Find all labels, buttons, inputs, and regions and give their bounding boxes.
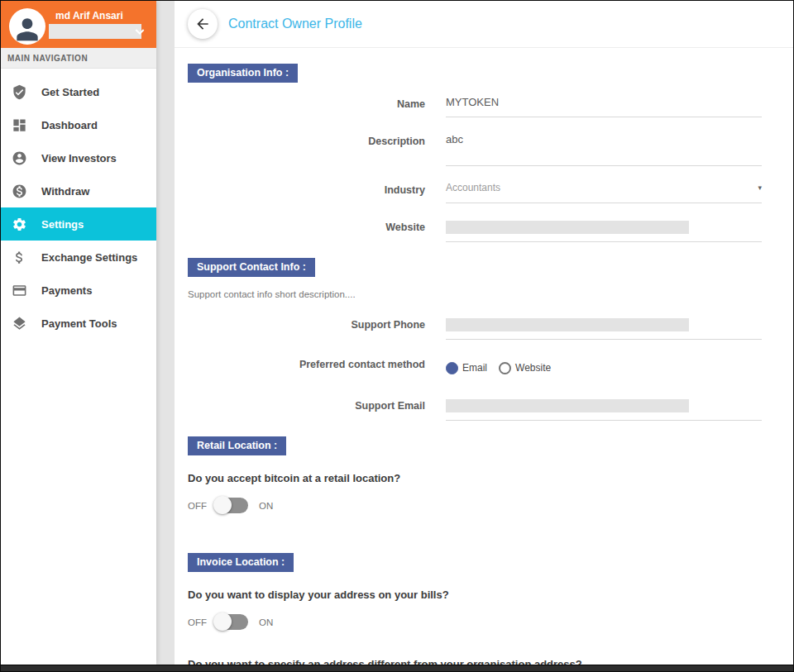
website-value-fill: [446, 221, 689, 234]
sidebar-item-label: Get Started: [41, 86, 99, 98]
section-badge-support: Support Contact Info :: [188, 258, 315, 277]
toggle-on-label: ON: [259, 617, 273, 627]
retail-toggle-switch[interactable]: [215, 498, 248, 513]
sidebar-item-settings[interactable]: Settings: [1, 207, 156, 241]
website-label: Website: [188, 221, 425, 233]
credit-card-icon: [11, 282, 27, 298]
section-badge-organisation: Organisation Info :: [188, 64, 298, 83]
support-email-label: Support Email: [188, 399, 425, 412]
radio-email[interactable]: [446, 362, 458, 374]
preferred-contact-radio-group: Email Website: [446, 359, 762, 380]
gear-icon: [11, 216, 27, 232]
industry-select[interactable]: Accountants ▾: [446, 182, 762, 203]
field-row-website: Website: [188, 221, 762, 242]
website-input[interactable]: [446, 221, 762, 242]
sidebar-item-get-started[interactable]: Get Started: [1, 75, 156, 108]
nav-list: Get Started Dashboard View Investors Wit…: [1, 69, 156, 340]
invoice-question-different-address: Do you want to specify an address differ…: [188, 658, 762, 665]
name-input[interactable]: MYTOKEN: [446, 96, 762, 117]
preferred-contact-label: Preferred contact method: [188, 359, 425, 370]
support-phone-input[interactable]: [446, 318, 762, 340]
window-bottom-edge: [1, 665, 793, 671]
industry-value: Accountants: [446, 182, 500, 201]
main-panel: Contract Owner Profile Organisation Info…: [175, 1, 793, 665]
toggle-on-label: ON: [259, 501, 273, 511]
chevron-down-icon: [133, 25, 146, 41]
profile-header: md Arif Ansari: [1, 1, 156, 48]
toggle-knob: [213, 612, 232, 631]
support-phone-label: Support Phone: [188, 318, 425, 331]
dashboard-icon: [11, 117, 27, 133]
sidebar-item-withdraw[interactable]: Withdraw: [1, 174, 156, 207]
section-badge-invoice: Invoice Location :: [188, 553, 294, 572]
sidebar-item-exchange-settings[interactable]: Exchange Settings: [1, 241, 156, 274]
name-value: MYTOKEN: [446, 96, 762, 116]
sidebar-item-dashboard[interactable]: Dashboard: [1, 108, 156, 141]
field-row-support-phone: Support Phone: [188, 318, 762, 340]
field-row-support-email: Support Email: [188, 399, 762, 421]
support-section-description: Support contact info short description..…: [188, 289, 762, 299]
sidebar-item-label: View Investors: [41, 152, 117, 164]
field-row-description: Description abc: [188, 133, 762, 166]
account-selector[interactable]: [49, 24, 141, 39]
person-circle-icon: [11, 150, 27, 166]
industry-label: Industry: [188, 182, 425, 196]
sidebar-item-label: Exchange Settings: [41, 251, 137, 264]
field-row-industry: Industry Accountants ▾: [188, 182, 762, 203]
invoice-bills-toggle-switch[interactable]: [215, 614, 248, 630]
app-window: md Arif Ansari MAIN NAVIGATION Get Start…: [0, 0, 794, 672]
back-button[interactable]: [188, 9, 218, 39]
radio-email-label: Email: [462, 362, 487, 374]
support-email-input[interactable]: [446, 399, 762, 421]
sidebar-gutter: [156, 1, 175, 665]
sidebar-item-label: Settings: [41, 218, 84, 231]
support-phone-value-fill: [446, 318, 689, 331]
sidebar-item-label: Dashboard: [41, 119, 98, 131]
description-input[interactable]: abc: [446, 133, 762, 166]
person-avatar-icon: [12, 13, 43, 45]
dropdown-caret-icon: ▾: [758, 182, 762, 192]
toggle-off-label: OFF: [188, 501, 207, 511]
invoice-question-bills: Do you want to display your address on y…: [188, 589, 762, 601]
section-badge-retail: Retail Location :: [188, 436, 286, 455]
description-value: abc: [446, 133, 762, 153]
sidebar-item-label: Withdraw: [41, 185, 89, 198]
name-label: Name: [188, 96, 425, 110]
layers-icon: [11, 315, 27, 331]
retail-toggle: OFF ON: [188, 498, 762, 513]
page-title: Contract Owner Profile: [228, 17, 362, 31]
user-name: md Arif Ansari: [55, 10, 150, 21]
retail-question: Do you accept bitcoin at a retail locati…: [188, 472, 762, 484]
radio-website[interactable]: [499, 362, 511, 374]
dollar-icon: [11, 249, 27, 265]
description-label: Description: [188, 133, 425, 147]
form-content: Organisation Info : Name MYTOKEN Descrip…: [175, 48, 793, 665]
toggle-knob: [213, 496, 232, 514]
toggle-off-label: OFF: [188, 617, 207, 627]
radio-website-label: Website: [515, 362, 551, 374]
sidebar-item-label: Payment Tools: [41, 317, 117, 330]
dollar-circle-icon: [11, 183, 27, 199]
page-header: Contract Owner Profile: [175, 1, 793, 48]
avatar[interactable]: [9, 8, 45, 45]
sidebar-item-view-investors[interactable]: View Investors: [1, 141, 156, 174]
field-row-name: Name MYTOKEN: [188, 96, 762, 117]
shield-check-icon: [11, 83, 27, 100]
back-arrow-icon: [194, 16, 211, 32]
nav-section-label: MAIN NAVIGATION: [1, 48, 156, 69]
sidebar-item-payment-tools[interactable]: Payment Tools: [1, 307, 156, 340]
sidebar-item-payments[interactable]: Payments: [1, 274, 156, 307]
field-row-preferred-contact: Preferred contact method Email Website: [188, 359, 762, 380]
support-email-value-fill: [446, 399, 689, 412]
sidebar: md Arif Ansari MAIN NAVIGATION Get Start…: [1, 1, 156, 665]
sidebar-item-label: Payments: [41, 284, 92, 297]
invoice-bills-toggle: OFF ON: [188, 614, 762, 630]
